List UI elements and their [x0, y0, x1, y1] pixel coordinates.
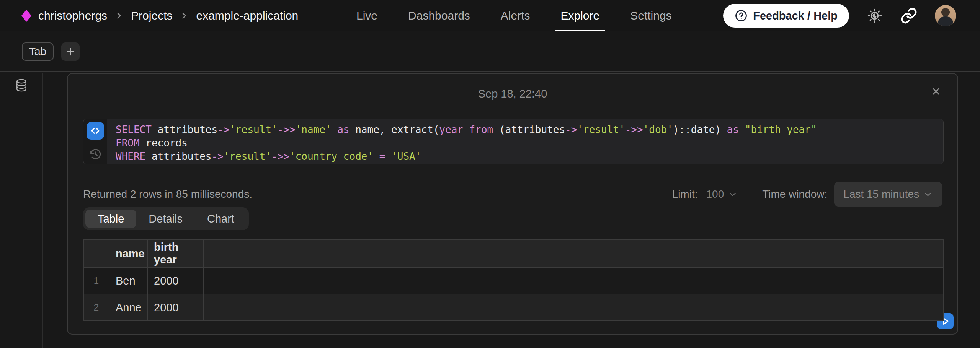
brand-diamond-icon[interactable] [21, 10, 31, 22]
limit-label: Limit: [672, 188, 698, 200]
breadcrumb-org[interactable]: christophergs [38, 9, 107, 22]
chevron-down-icon [923, 189, 933, 199]
sql-code[interactable]: SELECT attributes->'result'->>'name' as … [107, 119, 817, 164]
cell-birth-year[interactable]: 2000 [147, 267, 203, 294]
query-history-icon[interactable] [88, 147, 102, 161]
limit-dropdown[interactable]: 100 [706, 188, 738, 200]
app-root: christophergs Projects example-applicati… [0, 0, 980, 348]
table-row[interactable]: 2 Anne 2000 [83, 294, 943, 321]
query-result-card: Sep 18, 22:40 SELECT attributes->'result… [67, 73, 958, 335]
time-window-label: Time window: [762, 188, 827, 200]
chevron-right-icon [114, 11, 124, 21]
cell-birth-year[interactable]: 2000 [147, 294, 203, 321]
view-tab-details[interactable]: Details [136, 210, 195, 228]
result-view-switcher: Table Details Chart [83, 207, 249, 230]
breadcrumb: christophergs Projects example-applicati… [21, 0, 298, 31]
cell-empty [203, 267, 943, 294]
plus-icon [65, 46, 76, 57]
view-tab-chart[interactable]: Chart [195, 210, 247, 228]
time-window-dropdown[interactable]: Last 15 minutes [834, 182, 942, 207]
chevron-down-icon [728, 189, 738, 199]
close-icon[interactable] [928, 84, 944, 99]
database-icon[interactable] [15, 79, 28, 92]
nav-item-dashboards[interactable]: Dashboards [408, 0, 470, 31]
cell-empty [203, 294, 943, 321]
column-header-name[interactable]: name [109, 240, 147, 267]
query-tab[interactable]: Tab [22, 42, 54, 61]
chevron-right-icon [179, 11, 189, 21]
help-circle-icon [735, 9, 748, 22]
column-header-empty [203, 240, 943, 267]
results-table: name birth year 1 Ben 2000 2 Anne 2000 [83, 239, 944, 321]
view-tab-table[interactable]: Table [85, 210, 136, 228]
nav-item-settings[interactable]: Settings [630, 0, 671, 31]
query-timestamp: Sep 18, 22:40 [68, 88, 957, 100]
code-mode-icon[interactable] [87, 122, 104, 140]
user-avatar[interactable] [935, 5, 956, 26]
breadcrumb-projects[interactable]: Projects [131, 9, 172, 22]
table-header-row: name birth year [83, 240, 943, 267]
nav-item-alerts[interactable]: Alerts [501, 0, 530, 31]
nav-item-live[interactable]: Live [356, 0, 377, 31]
sql-editor[interactable]: SELECT attributes->'result'->>'name' as … [83, 119, 944, 164]
feedback-help-label: Feedback / Help [753, 10, 838, 22]
breadcrumb-application[interactable]: example-application [196, 9, 298, 22]
nav-item-explore[interactable]: Explore [561, 0, 600, 31]
theme-toggle-icon[interactable] [867, 8, 883, 24]
cell-name[interactable]: Ben [109, 267, 147, 294]
result-status-row: Returned 2 rows in 85 milliseconds. Limi… [83, 182, 942, 207]
topbar-actions: Feedback / Help [723, 0, 956, 31]
row-number: 2 [83, 294, 109, 321]
limit-value: 100 [706, 188, 724, 200]
main-nav: Live Dashboards Alerts Explore Settings [356, 0, 672, 31]
row-number: 1 [83, 267, 109, 294]
editor-gutter [83, 119, 107, 164]
column-header-birth-year[interactable]: birth year [147, 240, 203, 267]
feedback-help-button[interactable]: Feedback / Help [723, 4, 849, 28]
result-status-text: Returned 2 rows in 85 milliseconds. [83, 188, 252, 200]
row-number-header [83, 240, 109, 267]
top-navigation-bar: christophergs Projects example-applicati… [0, 0, 980, 31]
query-tabs-bar: Tab [0, 32, 980, 72]
share-link-icon[interactable] [900, 7, 917, 24]
table-row[interactable]: 1 Ben 2000 [83, 267, 943, 294]
time-window-value: Last 15 minutes [843, 188, 919, 200]
cell-name[interactable]: Anne [109, 294, 147, 321]
add-tab-button[interactable] [61, 42, 80, 61]
left-sidebar [0, 73, 43, 348]
